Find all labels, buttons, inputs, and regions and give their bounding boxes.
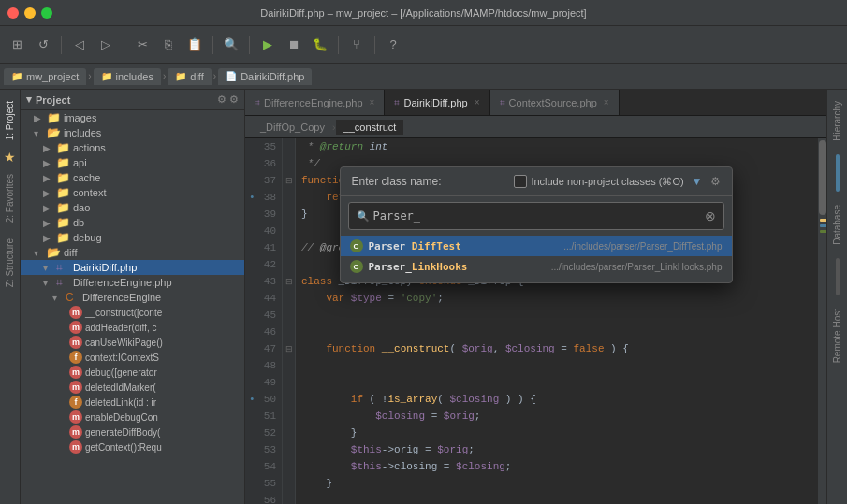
tree-item-debug[interactable]: m debug([generator — [21, 365, 244, 380]
tree-item-context[interactable]: f context:IContextS — [21, 350, 244, 365]
tree-arrow-diff: ▾ — [34, 248, 47, 258]
toolbar-btn-vcs[interactable]: ⑂ — [345, 34, 368, 56]
toolbar-btn-forward[interactable]: ▷ — [95, 34, 117, 56]
toolbar-btn-back[interactable]: ◁ — [68, 34, 91, 56]
file-php-icon: ⌗ — [56, 261, 71, 274]
method-badge-m1: m — [69, 306, 82, 319]
tree-arrow-actions: ▶ — [43, 143, 56, 153]
toolbar-sep-3 — [212, 36, 213, 54]
clear-search-icon[interactable]: ⊗ — [705, 209, 716, 223]
result-classname-2: Parser_LinkHooks — [369, 261, 468, 273]
folder-icon-db: 📁 — [56, 216, 71, 229]
dialog-title-label: Enter class name: — [352, 175, 442, 188]
toolbar-btn-stop[interactable]: ⏹ — [283, 34, 305, 56]
toolbar-btn-help[interactable]: ? — [382, 34, 404, 56]
tree-item-db[interactable]: ▶ 📁 db — [21, 215, 244, 230]
close-tab-2[interactable]: × — [475, 97, 480, 108]
tree-item-getcontext[interactable]: m getContext():Requ — [21, 439, 244, 454]
filter-icon[interactable]: ▼ — [692, 175, 703, 188]
method-badge-m5: m — [69, 381, 82, 394]
folder-icon-actions: 📁 — [56, 141, 71, 154]
tree-item-debug[interactable]: ▶ 📁 debug — [21, 230, 244, 245]
tree-item-actions[interactable]: ▶ 📁 actions — [21, 140, 244, 155]
project-settings-icon[interactable]: ⚙ — [217, 94, 226, 106]
toolbar-btn-refresh[interactable]: ↺ — [32, 34, 54, 56]
non-project-checkbox[interactable] — [514, 175, 527, 188]
toolbar-sep-4 — [249, 36, 250, 54]
right-panel-marker-2 — [836, 258, 840, 295]
tree-item-context[interactable]: ▶ 📁 context — [21, 185, 244, 200]
close-tab-1[interactable]: × — [370, 97, 375, 108]
non-project-checkbox-label[interactable]: Include non-project classes (⌘O) — [514, 175, 683, 188]
tree-item-class-diff[interactable]: ▾ C DifferenceEngine — [21, 290, 244, 305]
file-tab-contextsource[interactable]: ⌗ ContextSource.php × — [490, 90, 620, 115]
file-tab-differenceengine[interactable]: ⌗ DifferenceEngine.php × — [245, 90, 385, 115]
toolbar-btn-copy[interactable]: ⎘ — [157, 34, 180, 56]
dialog-options: Include non-project classes (⌘O) ▼ ⚙ — [514, 175, 720, 188]
nav-tab-file[interactable]: 📄 DairikiDiff.php — [218, 68, 312, 85]
right-panel-marker-1 — [836, 154, 840, 192]
breadcrumb-construct[interactable]: __construct — [336, 120, 404, 135]
file-tabs: ⌗ DifferenceEngine.php × ⌗ DairikiDiff.p… — [245, 90, 826, 116]
tree-item-api[interactable]: ▶ 📁 api — [21, 155, 244, 170]
folder-icon-dao: 📁 — [56, 201, 71, 214]
breadcrumb-arrow-2: › — [163, 71, 166, 81]
tree-item-differenceengine[interactable]: ▾ ⌗ DifferenceEngine.php — [21, 275, 244, 290]
class-name-input[interactable] — [373, 209, 701, 223]
editor-breadcrumb: _DiffOp_Copy › __construct — [245, 116, 826, 138]
method-badge-m2: m — [69, 321, 82, 334]
maximize-button[interactable] — [41, 7, 52, 19]
close-button[interactable] — [7, 7, 19, 19]
php-icon-1: ⌗ — [255, 97, 260, 108]
tree-item-generatediffbody[interactable]: m generateDiffBody( — [21, 425, 244, 439]
tree-item-deletedlink[interactable]: f deletedLink(id : ir — [21, 395, 244, 410]
toolbar-btn-grid[interactable]: ⊞ — [6, 34, 28, 56]
toolbar-btn-paste[interactable]: 📋 — [183, 34, 206, 56]
editor-area: ⌗ DifferenceEngine.php × ⌗ DairikiDiff.p… — [245, 90, 826, 504]
left-panel-tab-structure[interactable]: Z: Structure — [2, 231, 18, 295]
method-badge-m4: m — [69, 366, 82, 379]
toolbar-sep-5 — [338, 36, 339, 54]
tree-item-includes[interactable]: ▾ 📂 includes — [21, 125, 244, 140]
dialog-settings-icon[interactable]: ⚙ — [710, 175, 721, 188]
right-panel-tab-hierarchy[interactable]: Hierarchy — [829, 94, 845, 149]
tree-item-dairikidiff[interactable]: ▾ ⌗ DairikiDiff.php — [21, 260, 244, 275]
toolbar-btn-search[interactable]: 🔍 — [220, 34, 242, 56]
left-panel-tab-project[interactable]: 1: Project — [2, 94, 18, 148]
toolbar-btn-debug[interactable]: 🐛 — [309, 34, 331, 56]
method-badge-m6: m — [69, 410, 82, 424]
dialog-search-row[interactable]: 🔍 ⊗ — [348, 202, 724, 230]
tree-item-diff[interactable]: ▾ 📂 diff — [21, 245, 244, 260]
file-tab-dairikidiff[interactable]: ⌗ DairikiDiff.php × — [385, 90, 489, 115]
tree-item-addheader[interactable]: m addHeader(diff, c — [21, 320, 244, 335]
tree-item-enabledebug[interactable]: m enableDebugCon — [21, 410, 244, 425]
toolbar-btn-cut[interactable]: ✂ — [131, 34, 153, 56]
right-panel-tab-remotehost[interactable]: Remote Host — [829, 301, 845, 370]
method-badge-f2: f — [69, 396, 82, 409]
result-item-parserdifftest[interactable]: C Parser_DiffTest .../includes/parser/Pa… — [341, 236, 732, 256]
close-tab-3[interactable]: × — [604, 97, 609, 108]
project-gear-icon[interactable]: ⚙ — [229, 94, 239, 106]
toolbar: ⊞ ↺ ◁ ▷ ✂ ⎘ 📋 🔍 ▶ ⏹ 🐛 ⑂ ? — [0, 26, 847, 64]
tree-item-cache[interactable]: ▶ 📁 cache — [21, 170, 244, 185]
project-header-label: ▾ Project — [26, 94, 70, 106]
tree-item-deletedidmarker[interactable]: m deletedIdMarker( — [21, 380, 244, 395]
result-item-parserlinkhooks[interactable]: C Parser_LinkHooks .../includes/parser/P… — [341, 256, 732, 277]
breadcrumb-diffop-copy[interactable]: _DiffOp_Copy — [253, 120, 332, 135]
method-badge-m7: m — [69, 425, 82, 439]
tree-arrow-includes: ▾ — [34, 128, 47, 138]
tree-item-images[interactable]: ▶ 📁 images — [21, 110, 244, 125]
minimize-button[interactable] — [24, 7, 36, 19]
right-panel-tab-database[interactable]: Database — [829, 197, 845, 252]
nav-tab-includes[interactable]: 📁 includes — [94, 68, 161, 85]
left-panel-tab-favorites[interactable]: 2: Favorites — [2, 166, 18, 230]
result-classname-1: Parser_DiffTest — [369, 240, 461, 252]
tree-item-construct[interactable]: m __construct([conte — [21, 305, 244, 320]
tree-item-canusewikipage[interactable]: m canUseWikiPage() — [21, 335, 244, 350]
nav-tab-project[interactable]: 📁 mw_project — [4, 68, 86, 85]
class-icon: C — [66, 291, 80, 304]
breadcrumb-arrow-3: › — [213, 71, 216, 81]
tree-item-dao[interactable]: ▶ 📁 dao — [21, 200, 244, 215]
toolbar-btn-run[interactable]: ▶ — [256, 34, 279, 56]
nav-tab-diff[interactable]: 📁 diff — [168, 68, 211, 85]
